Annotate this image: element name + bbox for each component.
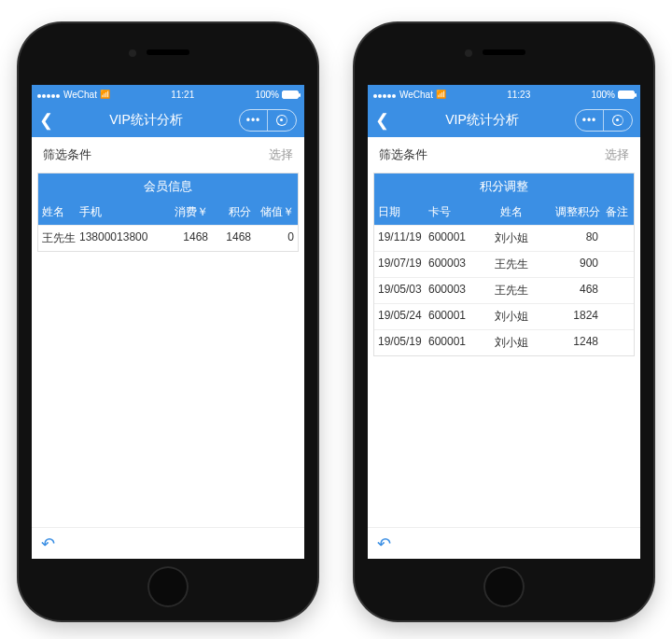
- cell: 0: [255, 226, 298, 251]
- more-icon[interactable]: •••: [240, 110, 268, 131]
- filter-label: 筛选条件: [379, 146, 427, 163]
- cell: 600001: [425, 226, 471, 251]
- cell: 19/11/19: [374, 226, 425, 251]
- table-header: 姓名 手机 消费￥ 积分 储值￥: [38, 200, 298, 225]
- cell: 刘小姐: [471, 304, 552, 329]
- cell: 600001: [425, 330, 471, 355]
- screen: WeChat 📶 11:21 100% ❮ VIP统计分析 ••• 筛选条件 选…: [32, 85, 304, 559]
- battery-percent: 100%: [255, 90, 279, 100]
- table-row[interactable]: 19/07/19600003王先生900: [374, 251, 634, 277]
- cell: 王先生: [471, 278, 552, 303]
- col-spend: 消费￥: [165, 200, 212, 225]
- cell: 19/05/03: [374, 278, 425, 303]
- cell: 1468: [165, 226, 212, 251]
- cell: 19/05/24: [374, 304, 425, 329]
- cell: 19/07/19: [374, 252, 425, 277]
- battery-percent: 100%: [591, 90, 615, 100]
- cell: [602, 278, 634, 303]
- camera-dot: [129, 49, 136, 57]
- cell: 王先生: [471, 252, 552, 277]
- filter-row[interactable]: 筛选条件 选择: [32, 137, 304, 173]
- carrier-label: WeChat: [399, 90, 433, 100]
- screen: WeChat 📶 11:23 100% ❮ VIP统计分析 ••• 筛选条件 选…: [368, 85, 640, 559]
- table-row[interactable]: 19/11/19600001刘小姐80: [374, 225, 634, 251]
- close-icon[interactable]: [268, 110, 296, 131]
- col-name: 姓名: [38, 200, 76, 225]
- clock: 11:21: [171, 90, 194, 100]
- undo-icon[interactable]: ↶: [377, 534, 391, 554]
- col-name: 姓名: [471, 200, 552, 225]
- cell: 19/05/19: [374, 330, 425, 355]
- miniapp-capsule[interactable]: •••: [575, 109, 633, 132]
- footer-bar: ↶: [368, 527, 640, 559]
- undo-icon[interactable]: ↶: [41, 534, 55, 554]
- cell: 刘小姐: [471, 330, 552, 355]
- table-header: 日期 卡号 姓名 调整积分 备注: [374, 200, 634, 225]
- table-row[interactable]: 19/05/24600001刘小姐1824: [374, 303, 634, 329]
- cell: [602, 226, 634, 251]
- table-title: 会员信息: [38, 174, 298, 200]
- cell: 80: [552, 226, 602, 251]
- back-button[interactable]: ❮: [39, 110, 53, 131]
- table-title: 积分调整: [374, 174, 634, 200]
- signal-dots-icon: [37, 90, 61, 100]
- cell: 13800013800: [76, 226, 165, 251]
- filter-action[interactable]: 选择: [605, 146, 629, 163]
- signal-dots-icon: [373, 90, 397, 100]
- cell: [602, 304, 634, 329]
- back-button[interactable]: ❮: [375, 110, 389, 131]
- page-title: VIP统计分析: [53, 112, 239, 129]
- clock: 11:23: [507, 90, 530, 100]
- battery-icon: [282, 90, 299, 99]
- col-remark: 备注: [602, 200, 634, 225]
- cell: 王先生: [38, 226, 76, 251]
- cell: 600001: [425, 304, 471, 329]
- battery-icon: [618, 90, 635, 99]
- member-table: 会员信息 姓名 手机 消费￥ 积分 储值￥ 王先生138000138001468…: [37, 173, 299, 252]
- col-card: 卡号: [425, 200, 471, 225]
- col-adjust: 调整积分: [552, 200, 602, 225]
- table-row[interactable]: 王先生13800013800146814680: [38, 225, 298, 251]
- wifi-icon: 📶: [100, 90, 110, 99]
- cell: 600003: [425, 252, 471, 277]
- cell: 600003: [425, 278, 471, 303]
- col-balance: 储值￥: [255, 200, 298, 225]
- table-row[interactable]: 19/05/19600001刘小姐1248: [374, 329, 634, 355]
- miniapp-capsule[interactable]: •••: [239, 109, 297, 132]
- cell: 900: [552, 252, 602, 277]
- cell: 刘小姐: [471, 226, 552, 251]
- cell: 1468: [212, 226, 255, 251]
- footer-bar: ↶: [32, 527, 304, 559]
- phone-left: WeChat 📶 11:21 100% ❮ VIP统计分析 ••• 筛选条件 选…: [19, 23, 317, 620]
- status-bar: WeChat 📶 11:21 100%: [32, 85, 304, 104]
- wifi-icon: 📶: [436, 90, 446, 99]
- cell: [602, 252, 634, 277]
- status-bar: WeChat 📶 11:23 100%: [368, 85, 640, 104]
- col-phone: 手机: [76, 200, 165, 225]
- table-row[interactable]: 19/05/03600003王先生468: [374, 277, 634, 303]
- filter-row[interactable]: 筛选条件 选择: [368, 137, 640, 173]
- close-icon[interactable]: [604, 110, 632, 131]
- cell: 1248: [552, 330, 602, 355]
- cell: [602, 330, 634, 355]
- camera-dot: [465, 49, 472, 57]
- more-icon[interactable]: •••: [576, 110, 604, 131]
- phone-right: WeChat 📶 11:23 100% ❮ VIP统计分析 ••• 筛选条件 选…: [355, 23, 653, 620]
- carrier-label: WeChat: [63, 90, 97, 100]
- points-table: 积分调整 日期 卡号 姓名 调整积分 备注 19/11/19600001刘小姐8…: [373, 173, 635, 356]
- filter-label: 筛选条件: [43, 146, 91, 163]
- cell: 468: [552, 278, 602, 303]
- col-points: 积分: [212, 200, 255, 225]
- nav-bar: ❮ VIP统计分析 •••: [32, 104, 304, 137]
- page-title: VIP统计分析: [389, 112, 575, 129]
- col-date: 日期: [374, 200, 425, 225]
- cell: 1824: [552, 304, 602, 329]
- nav-bar: ❮ VIP统计分析 •••: [368, 104, 640, 137]
- filter-action[interactable]: 选择: [269, 146, 293, 163]
